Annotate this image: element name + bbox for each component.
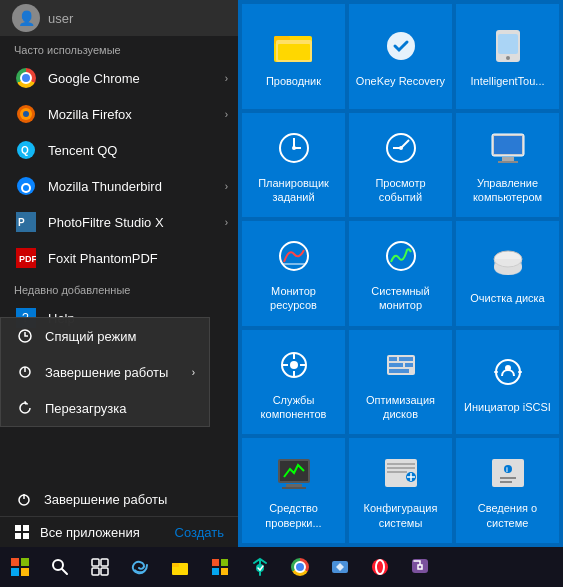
- tile-intellitouch[interactable]: IntelligentTou...: [456, 4, 559, 109]
- onekey-tile-label: OneKey Recovery: [356, 74, 445, 88]
- tile-computer-mgmt[interactable]: Управление компьютером: [456, 113, 559, 218]
- svg-point-99: [372, 559, 388, 575]
- iscsi-tile-icon: [486, 350, 530, 394]
- qq-label: Tencent QQ: [48, 143, 117, 158]
- taskbar-explorer[interactable]: [160, 547, 200, 587]
- context-menu: Спящий режим Завершение работы ›: [0, 317, 210, 427]
- svg-rect-89: [92, 568, 99, 575]
- intellitouch-tile-label: IntelligentTou...: [471, 74, 545, 88]
- all-apps-button[interactable]: Все приложения: [14, 524, 140, 540]
- computer-mgmt-tile-label: Управление компьютером: [462, 176, 553, 205]
- menu-item-chrome[interactable]: Google Chrome ›: [0, 60, 238, 96]
- start-button[interactable]: [0, 547, 40, 587]
- context-restart[interactable]: Перезагрузка: [1, 390, 209, 426]
- tile-task-scheduler[interactable]: Планировщик заданий: [242, 113, 345, 218]
- svg-point-34: [292, 146, 296, 150]
- svg-rect-57: [399, 357, 413, 361]
- svg-line-86: [62, 569, 67, 574]
- chrome-icon: [14, 66, 38, 90]
- taskbar-store[interactable]: [200, 547, 240, 587]
- tile-resource-monitor[interactable]: Монитор ресурсов: [242, 221, 345, 326]
- menu-item-firefox[interactable]: Mozilla Firefox ›: [0, 96, 238, 132]
- tile-event-viewer[interactable]: Просмотр событий: [349, 113, 452, 218]
- menu-item-photofiltre[interactable]: P PhotoFiltre Studio X ›: [0, 204, 238, 240]
- svg-rect-67: [286, 484, 302, 487]
- tile-disk-cleanup[interactable]: Очистка диска: [456, 221, 559, 326]
- restart-label: Перезагрузка: [45, 401, 126, 416]
- sleep-icon: [15, 326, 35, 346]
- shutdown-icon: [14, 489, 34, 509]
- tile-sys-config[interactable]: Конфигурация системы: [349, 438, 452, 543]
- svg-point-2: [23, 111, 29, 117]
- thunderbird-arrow: ›: [225, 181, 228, 192]
- taskbar-viber[interactable]: [400, 547, 440, 587]
- svg-rect-41: [502, 157, 514, 161]
- tile-explorer[interactable]: Проводник: [242, 4, 345, 109]
- apps-grid-icon: [14, 524, 30, 540]
- context-shutdown-sub[interactable]: Завершение работы ›: [1, 354, 209, 390]
- foxit-label: Foxit PhantomPDF: [48, 251, 158, 266]
- svg-rect-81: [11, 558, 19, 566]
- svg-text:Q: Q: [21, 145, 29, 156]
- svg-point-50: [290, 361, 298, 369]
- restart-icon: [15, 398, 35, 418]
- taskbar-chrome[interactable]: [280, 547, 320, 587]
- frequent-label: Часто используемые: [0, 36, 238, 60]
- svg-rect-96: [221, 568, 228, 575]
- tile-component-svc[interactable]: Службы компонентов: [242, 330, 345, 435]
- svg-rect-79: [500, 477, 516, 479]
- firefox-arrow: ›: [225, 109, 228, 120]
- tile-sys-monitor[interactable]: Системный монитор: [349, 221, 452, 326]
- svg-point-62: [505, 365, 511, 371]
- sys-config-tile-icon: [379, 451, 423, 495]
- event-viewer-tile-icon: [379, 126, 423, 170]
- start-menu: 👤 user Часто используемые Google Chrome …: [0, 0, 563, 547]
- tile-perf-monitor[interactable]: Средство проверки...: [242, 438, 345, 543]
- svg-rect-92: [172, 563, 179, 567]
- svg-rect-84: [21, 568, 29, 576]
- svg-rect-59: [405, 363, 413, 367]
- taskbar: [0, 547, 563, 587]
- svg-rect-72: [387, 471, 407, 473]
- tile-disk-defrag[interactable]: Оптимизация дисков: [349, 330, 452, 435]
- resource-monitor-tile-icon: [272, 234, 316, 278]
- svg-rect-29: [498, 34, 518, 54]
- user-area[interactable]: 👤 user: [0, 0, 238, 36]
- firefox-label: Mozilla Firefox: [48, 107, 132, 122]
- menu-item-qq[interactable]: Q Tencent QQ: [0, 132, 238, 168]
- svg-point-30: [506, 56, 510, 60]
- taskbar-edge[interactable]: [120, 547, 160, 587]
- perf-monitor-tile-icon: [272, 451, 316, 495]
- task-view-button[interactable]: [80, 547, 120, 587]
- svg-rect-19: [15, 525, 21, 531]
- taskbar-metro[interactable]: [320, 547, 360, 587]
- svg-point-45: [387, 242, 415, 270]
- photofiltre-arrow: ›: [225, 217, 228, 228]
- event-viewer-tile-label: Просмотр событий: [355, 176, 446, 205]
- taskbar-malwarebytes[interactable]: [240, 547, 280, 587]
- svg-point-61: [496, 360, 520, 384]
- shutdown-button[interactable]: Завершение работы: [0, 482, 238, 516]
- onekey-tile-icon: [379, 24, 423, 68]
- tile-iscsi[interactable]: Инициатор iSCSI: [456, 330, 559, 435]
- iscsi-tile-label: Инициатор iSCSI: [464, 400, 551, 414]
- menu-item-foxit[interactable]: PDF Foxit PhantomPDF: [0, 240, 238, 276]
- taskbar-opera[interactable]: [360, 547, 400, 587]
- foxit-icon: PDF: [14, 246, 38, 270]
- sys-monitor-tile-icon: [379, 234, 423, 278]
- search-button[interactable]: [40, 547, 80, 587]
- menu-item-thunderbird[interactable]: Mozilla Thunderbird ›: [0, 168, 238, 204]
- sys-config-tile-label: Конфигурация системы: [355, 501, 446, 530]
- create-button[interactable]: Создать: [175, 525, 224, 540]
- tile-sys-info[interactable]: i Сведения о системе: [456, 438, 559, 543]
- all-apps-row: Все приложения Создать: [0, 516, 238, 547]
- tile-onekey[interactable]: OneKey Recovery: [349, 4, 452, 109]
- svg-rect-56: [389, 357, 397, 361]
- context-sleep[interactable]: Спящий режим: [1, 318, 209, 354]
- resource-monitor-tile-label: Монитор ресурсов: [248, 284, 339, 313]
- avatar: 👤: [12, 4, 40, 32]
- thunderbird-label: Mozilla Thunderbird: [48, 179, 162, 194]
- explorer-tile-icon: [272, 24, 316, 68]
- intellitouch-tile-icon: [486, 24, 530, 68]
- svg-rect-87: [92, 559, 99, 566]
